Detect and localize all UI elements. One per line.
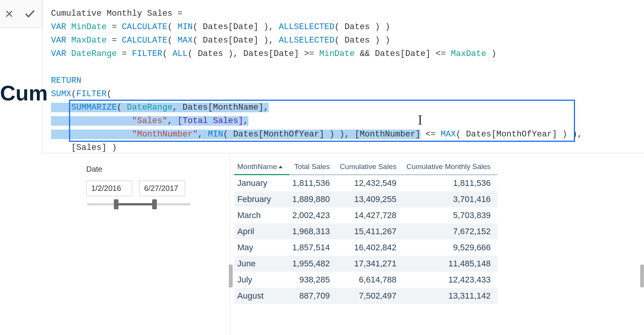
cell-month: July: [234, 272, 289, 288]
table-row[interactable]: March2,002,42314,427,7285,703,839: [234, 207, 498, 223]
col-monthname[interactable]: MonthName: [234, 159, 289, 175]
col-cumulative-monthly[interactable]: Cumulative Monthly Sales: [403, 159, 498, 175]
date-slicer[interactable]: Date 1/2/2016 6/27/2017: [0, 153, 230, 335]
table-row[interactable]: April1,968,31315,411,2677,672,152: [234, 223, 498, 240]
cell-month: January: [234, 175, 289, 192]
cell-cum: 13,409,255: [337, 191, 403, 207]
table-row[interactable]: August887,7097,502,49713,311,142: [234, 288, 498, 304]
cell-total: 1,889,880: [289, 191, 337, 207]
cell-total: 1,955,482: [289, 256, 337, 272]
cell-cum-monthly: 5,703,839: [403, 207, 498, 223]
cell-total: 2,002,423: [289, 207, 337, 223]
cell-cum-monthly: 13,311,142: [403, 288, 498, 304]
cell-month: March: [234, 207, 289, 223]
cell-total: 1,968,313: [289, 223, 337, 240]
scrollbar-table[interactable]: [229, 264, 233, 287]
col-cumulative-sales[interactable]: Cumulative Sales: [337, 159, 403, 175]
report-canvas: Date 1/2/2016 6/27/2017 MonthName Total …: [0, 153, 644, 335]
slicer-handle-end[interactable]: [152, 199, 157, 209]
cell-cum-monthly: 1,811,536: [403, 175, 498, 192]
slicer-to-input[interactable]: 6/27/2017: [139, 181, 185, 196]
data-table-visual[interactable]: MonthName Total Sales Cumulative Sales C…: [230, 153, 644, 335]
cell-cum: 6,614,788: [337, 272, 403, 288]
cell-cum-monthly: 12,423,433: [403, 272, 498, 288]
slicer-handle-start[interactable]: [114, 199, 118, 209]
cell-cum: 17,341,271: [337, 256, 403, 272]
cell-month: June: [234, 256, 289, 272]
sort-asc-icon: [279, 166, 283, 168]
table-row[interactable]: February1,889,88013,409,2553,701,416: [234, 191, 498, 207]
slicer-fill: [115, 203, 154, 205]
cell-month: May: [234, 240, 289, 256]
slicer-from-input[interactable]: 1/2/2016: [86, 181, 132, 196]
cell-cum: 15,411,267: [337, 223, 403, 240]
dax-formula-editor[interactable]: Cumulative Monthly Sales = VAR MinDate =…: [42, 0, 644, 153]
data-table: MonthName Total Sales Cumulative Sales C…: [234, 159, 498, 304]
cell-total: 1,811,536: [289, 175, 337, 192]
cell-cum-monthly: 9,529,666: [403, 240, 498, 256]
cell-cum: 7,502,497: [337, 288, 403, 304]
cell-cum-monthly: 11,485,148: [403, 256, 498, 272]
table-row[interactable]: May1,857,51416,402,8429,529,666: [234, 240, 498, 256]
cell-cum-monthly: 7,672,152: [403, 223, 498, 240]
formula-toolbar: [0, 0, 42, 28]
slicer-track[interactable]: [87, 203, 191, 205]
cell-month: February: [234, 191, 289, 207]
cell-total: 938,285: [289, 272, 337, 288]
cell-total: 1,857,514: [289, 240, 337, 256]
table-row[interactable]: June1,955,48217,341,27111,485,148: [234, 256, 498, 272]
col-total-sales[interactable]: Total Sales: [289, 159, 337, 175]
cancel-button[interactable]: [2, 7, 16, 21]
scrollbar-right[interactable]: [640, 264, 644, 287]
cell-total: 887,709: [289, 288, 337, 304]
cell-month: August: [234, 288, 289, 304]
cell-cum: 16,402,842: [337, 240, 403, 256]
cell-cum: 14,427,728: [337, 207, 403, 223]
slicer-title: Date: [86, 165, 230, 174]
cell-cum: 12,432,549: [337, 175, 403, 192]
page-title-fragment: Cum: [0, 80, 48, 105]
table-row[interactable]: July938,2856,614,78812,423,433: [234, 272, 498, 288]
cell-cum-monthly: 3,701,416: [403, 191, 498, 207]
cell-month: April: [234, 223, 289, 240]
commit-button[interactable]: [23, 7, 37, 21]
table-row[interactable]: January1,811,53612,432,5491,811,536: [234, 175, 498, 192]
